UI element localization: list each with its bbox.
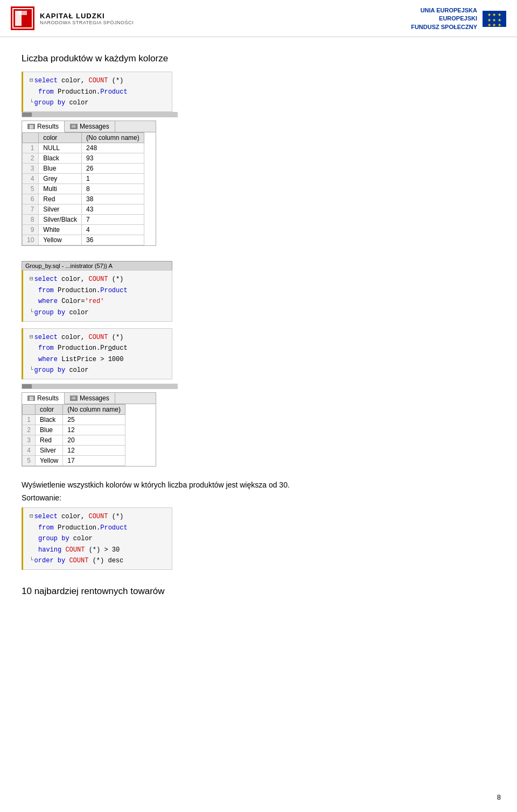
row-num: 3 bbox=[23, 435, 36, 446]
table-row: 6 Red 38 bbox=[23, 194, 144, 204]
cell-count: 1 bbox=[82, 174, 144, 184]
th-color-2: color bbox=[36, 405, 63, 415]
tab-messages-1[interactable]: ✉ Messages bbox=[65, 121, 115, 132]
tab-messages-2[interactable]: ✉ Messages bbox=[65, 393, 115, 404]
sql-code-2b: ⊟ select color, COUNT (*) from Productio… bbox=[22, 328, 172, 380]
cell-count: 26 bbox=[82, 164, 144, 174]
sql-line-3: └ group by color bbox=[30, 97, 166, 108]
results-tab-icon: ▦ bbox=[27, 124, 35, 129]
cell-count: 20 bbox=[63, 435, 125, 446]
logo-left: KAPITAŁ LUDZKI NARODOWA STRATEGIA SPÓJNO… bbox=[11, 6, 134, 30]
sql-3-line1: ⊟ select color, COUNT (*) bbox=[30, 511, 166, 522]
scrollbar-1[interactable] bbox=[22, 112, 178, 117]
row-num: 6 bbox=[23, 194, 39, 204]
row-num: 2 bbox=[23, 425, 36, 435]
sql-block-3: ⊟ select color, COUNT (*) from Productio… bbox=[22, 507, 495, 570]
table-row: 5 Multi 8 bbox=[23, 184, 144, 194]
eu-text: UNIA EUROPEJSKA EUROPEJSKI FUNDUSZ SPOŁE… bbox=[411, 6, 477, 31]
results-tabs-2: ▦ Results ✉ Messages bbox=[22, 393, 156, 404]
cell-count: 43 bbox=[82, 204, 144, 215]
cell-count: 12 bbox=[63, 425, 125, 435]
cell-color: Red bbox=[39, 194, 82, 204]
cell-color: Multi bbox=[39, 184, 82, 194]
cell-color: Silver bbox=[39, 204, 82, 215]
data-table-1: color (No column name) 1 NULL 2482 Black… bbox=[22, 132, 144, 245]
sql-3-line4: having COUNT (*) > 30 bbox=[30, 545, 166, 555]
scrollbar-thumb-2 bbox=[22, 384, 32, 389]
cell-color: White bbox=[39, 225, 82, 235]
cell-count: 4 bbox=[82, 225, 144, 235]
sql-2a-line2: from Production.Product bbox=[30, 285, 166, 296]
sql-block-2b: ⊟ select color, COUNT (*) from Productio… bbox=[22, 328, 495, 380]
row-num: 9 bbox=[23, 225, 39, 235]
messages-tab-icon: ✉ bbox=[70, 124, 78, 129]
tab-results-2[interactable]: ▦ Results bbox=[22, 393, 65, 404]
scrollbar-2[interactable] bbox=[22, 384, 178, 389]
table-row: 2 Blue 12 bbox=[23, 425, 125, 435]
sql-line-1: ⊟ select color, COUNT (*) bbox=[30, 75, 166, 86]
sql-3-line5: └ order by COUNT (*) desc bbox=[30, 555, 166, 566]
cell-color: Black bbox=[36, 415, 63, 425]
row-num: 2 bbox=[23, 153, 39, 164]
table-row: 4 Silver 12 bbox=[23, 446, 125, 456]
table-row: 10 Yellow 36 bbox=[23, 235, 144, 245]
desc-text: Wyświetlenie wszystkich kolorów w któryc… bbox=[22, 481, 495, 489]
sql-2a-line1: ⊟ select color, COUNT (*) bbox=[30, 274, 166, 285]
sql-3-line2: from Production.Product bbox=[30, 522, 166, 533]
cell-color: Grey bbox=[39, 174, 82, 184]
sql-block-1: ⊟ select color, COUNT (*) from Productio… bbox=[22, 72, 172, 112]
svg-rect-3 bbox=[18, 11, 27, 15]
table-row: 1 Black 25 bbox=[23, 415, 125, 425]
table-header-row-1: color (No column name) bbox=[23, 133, 144, 143]
row-num: 3 bbox=[23, 164, 39, 174]
row-num: 1 bbox=[23, 143, 39, 153]
section1-title: Liczba produktów w każdym kolorze bbox=[22, 53, 495, 64]
page-header: KAPITAŁ LUDZKI NARODOWA STRATEGIA SPÓJNO… bbox=[0, 0, 517, 37]
row-num: 5 bbox=[23, 456, 36, 466]
cell-count: 17 bbox=[63, 456, 125, 466]
logo-icon bbox=[11, 6, 34, 30]
th-count-2: (No column name) bbox=[63, 405, 125, 415]
messages-tab-icon-2: ✉ bbox=[70, 396, 78, 401]
cell-count: 12 bbox=[63, 446, 125, 456]
table-row: 9 White 4 bbox=[23, 225, 144, 235]
spacer-1 bbox=[22, 251, 495, 261]
tab-results-1[interactable]: ▦ Results bbox=[22, 121, 65, 132]
cell-color: Yellow bbox=[36, 456, 63, 466]
row-num: 1 bbox=[23, 415, 36, 425]
cell-color: Blue bbox=[36, 425, 63, 435]
sortowanie-label: Sortowanie: bbox=[22, 493, 495, 502]
logo-right: UNIA EUROPEJSKA EUROPEJSKI FUNDUSZ SPOŁE… bbox=[411, 6, 506, 31]
results-panel-1: ▦ Results ✉ Messages color (No column na… bbox=[22, 121, 156, 246]
table2-body: 1 Black 252 Blue 123 Red 204 Silver 125 bbox=[23, 415, 125, 466]
results-panel-2: ▦ Results ✉ Messages color (No column na… bbox=[22, 392, 156, 467]
cell-count: 93 bbox=[82, 153, 144, 164]
sql-endminus-icon: └ bbox=[30, 97, 33, 108]
sql-2b-line4: └ group by color bbox=[30, 365, 166, 376]
th-count-1: (No column name) bbox=[82, 133, 144, 143]
cell-color: Silver bbox=[36, 446, 63, 456]
table-row: 1 NULL 248 bbox=[23, 143, 144, 153]
logo-title: KAPITAŁ LUDZKI bbox=[40, 12, 134, 20]
th-empty bbox=[23, 133, 39, 143]
sql-yellow-bar-1 bbox=[22, 72, 23, 112]
row-num: 10 bbox=[23, 235, 39, 245]
results-tab-icon-2: ▦ bbox=[27, 396, 35, 401]
row-num: 8 bbox=[23, 215, 39, 225]
sql-2a-line4: └ group by color bbox=[30, 307, 166, 318]
cell-count: 8 bbox=[82, 184, 144, 194]
cell-color: Yellow bbox=[39, 235, 82, 245]
th-empty-2 bbox=[23, 405, 36, 415]
cell-color: NULL bbox=[39, 143, 82, 153]
logo-subtitle: NARODOWA STRATEGIA SPÓJNOŚCI bbox=[40, 20, 134, 25]
sql-yellow-bar-2a bbox=[22, 270, 23, 322]
cell-count: 7 bbox=[82, 215, 144, 225]
cell-count: 38 bbox=[82, 194, 144, 204]
cell-color: Blue bbox=[39, 164, 82, 174]
sql-block-2a: ⊟ select color, COUNT (*) from Productio… bbox=[22, 270, 495, 322]
cell-count: 248 bbox=[82, 143, 144, 153]
bottom-title: 10 najbardziej rentownych towarów bbox=[22, 586, 495, 597]
table-row: 3 Blue 26 bbox=[23, 164, 144, 174]
table-row: 5 Yellow 17 bbox=[23, 456, 125, 466]
sql-2b-line2: from Production.Product bbox=[30, 343, 166, 354]
